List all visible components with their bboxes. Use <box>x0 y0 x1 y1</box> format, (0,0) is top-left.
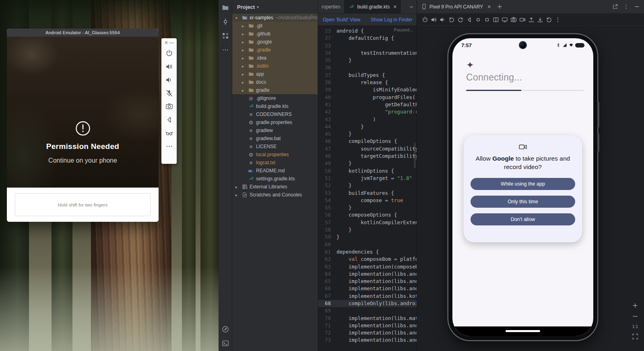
snapshot-icon[interactable] <box>546 17 552 23</box>
code-line-62[interactable]: 62val composeBom = platfor <box>318 256 417 263</box>
code-line-57[interactable]: 57kotlinCompilerExtens <box>318 219 417 226</box>
glasses-icon[interactable] <box>165 129 173 137</box>
code-line-33[interactable]: 33 <box>318 42 417 50</box>
camera-video-icon[interactable] <box>519 17 526 23</box>
fold-icon[interactable] <box>493 17 499 23</box>
power-icon[interactable] <box>422 17 428 23</box>
code-line-69[interactable]: 69 <box>318 307 417 314</box>
tree-item-build-gradle-kts[interactable]: build.gradle.kts <box>232 102 318 110</box>
tree-item--google[interactable]: ▸.google <box>232 38 318 46</box>
tree-item-local-properties[interactable]: ⚙local.properties <box>232 151 318 159</box>
code-line-46[interactable]: 46compileOptions { <box>318 138 417 145</box>
minimize-icon[interactable]: — <box>169 40 174 45</box>
zoom-reset-button[interactable]: 1:1 <box>632 324 638 329</box>
code-line-70[interactable]: 70implementation(libs.mate <box>318 315 417 322</box>
code-line-52[interactable]: 52} <box>318 182 417 189</box>
mic-off-icon[interactable] <box>165 89 173 97</box>
code-line-36[interactable]: 36 <box>318 64 417 71</box>
kebab-icon[interactable] <box>555 17 561 23</box>
tree-item-gradlew-bat[interactable]: ≡gradlew.bat <box>232 134 318 142</box>
tree-item--gitignore[interactable]: ⊘.gitignore <box>232 94 318 102</box>
code-line-37[interactable]: 37buildTypes { <box>318 72 417 79</box>
tree-item-external-libraries[interactable]: ▸External Libraries <box>232 183 318 191</box>
code-line-38[interactable]: 38release { <box>318 79 417 86</box>
hide-panel-icon[interactable] <box>634 4 640 10</box>
back-triangle-icon[interactable] <box>165 116 173 124</box>
dont-allow-button[interactable]: Don't allow <box>471 213 575 225</box>
code-line-49[interactable]: 49} <box>318 160 417 167</box>
code-line-59[interactable]: 59} <box>318 233 417 241</box>
code-editor[interactable]: 23android {27defaultConfig {3334testInst… <box>318 26 417 351</box>
terminal-icon[interactable] <box>222 340 229 347</box>
show-log-in-finder-link[interactable]: Show Log in Finder <box>371 17 412 23</box>
code-line-47[interactable]: 47sourceCompatibility <box>318 145 417 153</box>
rotate-left-icon[interactable] <box>448 17 455 23</box>
hidden-tabs-chevron-icon[interactable] <box>409 4 414 10</box>
code-line-48[interactable]: 48targetCompatibility <box>318 153 417 160</box>
close-tab-icon[interactable]: ✕ <box>393 4 397 10</box>
tree-item-docs[interactable]: ▸docs <box>232 78 318 86</box>
upload-icon[interactable] <box>528 17 535 23</box>
camera-photo-icon[interactable] <box>165 103 173 110</box>
tree-item--git[interactable]: ▸.git <box>232 22 318 30</box>
phone-screen[interactable]: 7:57 <box>452 38 593 336</box>
nav-overview-icon[interactable] <box>484 17 490 23</box>
code-line-42[interactable]: 42"proguard-ru <box>318 108 417 116</box>
code-line-64[interactable]: 64implementation(libs.andr <box>318 270 417 278</box>
tree-item-gradlew[interactable]: ≡gradlew <box>232 126 318 134</box>
code-line-65[interactable]: 65implementation(libs.andr <box>318 278 417 285</box>
chevron-right-icon[interactable]: ▸ <box>242 88 248 93</box>
code-line-63[interactable]: 63implementation(composeBo <box>318 263 417 270</box>
open-build-view-link[interactable]: Open 'Build' View <box>323 17 360 23</box>
close-tab-icon[interactable]: ✕ <box>487 4 491 10</box>
code-line-71[interactable]: 71implementation(libs.andr <box>318 322 417 329</box>
tree-item-logcat-txt[interactable]: ≡logcat.txt <box>232 159 318 167</box>
add-device-tab-icon[interactable] <box>497 4 503 10</box>
code-line-60[interactable]: 60 <box>318 241 417 248</box>
code-line-27[interactable]: 27defaultConfig { <box>318 35 417 42</box>
open-in-window-icon[interactable] <box>612 4 618 10</box>
project-panel-header[interactable]: Project ▾ <box>232 0 318 14</box>
chevron-right-icon[interactable]: ▸ <box>235 193 241 197</box>
emulator-screen[interactable]: Permission Needed Continue on your phone <box>7 37 159 188</box>
tree-item-app[interactable]: ▸app <box>232 70 318 78</box>
rotate-right-icon[interactable] <box>457 17 464 23</box>
more-h-icon[interactable] <box>165 142 173 150</box>
code-line-45[interactable]: 45} <box>318 130 417 138</box>
chevron-down-icon[interactable]: ▾ <box>257 5 259 9</box>
code-line-68[interactable]: 68compileOnly(libs.android <box>318 300 417 307</box>
power-icon[interactable] <box>165 50 173 57</box>
code-line-35[interactable]: 35} <box>318 57 417 64</box>
code-line-67[interactable]: 67implementation(libs.kotl <box>318 293 417 300</box>
more-h-icon[interactable] <box>222 46 229 54</box>
code-line-58[interactable]: 58} <box>318 226 417 233</box>
code-line-54[interactable]: 54compose = true <box>318 197 417 204</box>
chevron-right-icon[interactable]: ▸ <box>242 24 248 28</box>
code-line-41[interactable]: 41getDefaultPr <box>318 101 417 108</box>
commit-icon[interactable] <box>222 18 229 25</box>
volume-down-icon[interactable] <box>165 76 173 84</box>
volume-down-icon[interactable] <box>440 17 446 23</box>
chevron-right-icon[interactable]: ▸ <box>242 72 248 76</box>
volume-up-icon[interactable] <box>165 63 173 70</box>
tree-item-license[interactable]: ≡LICENSE <box>232 142 318 151</box>
tab-build-gradle-kts[interactable]: build.gradle.kts ✕ <box>345 0 401 13</box>
chevron-right-icon[interactable]: ▸ <box>242 32 248 36</box>
code-line-40[interactable]: 40proguardFiles( <box>318 94 417 101</box>
chevron-right-icon[interactable]: ▸ <box>242 48 248 52</box>
close-icon[interactable]: ✕ <box>164 40 168 45</box>
code-line-56[interactable]: 56composeOptions { <box>318 211 417 219</box>
volume-up-icon[interactable] <box>431 17 437 23</box>
code-line-51[interactable]: 51jvmTarget = "1.8" <box>318 175 417 182</box>
tree-item--gradle[interactable]: ▸.gradle <box>232 46 318 54</box>
chevron-right-icon[interactable]: ▸ <box>242 64 248 68</box>
chevron-right-icon[interactable]: ▸ <box>235 185 241 189</box>
camera-photo-icon[interactable] <box>510 17 517 23</box>
tree-item-readme-md[interactable]: M↓README.md <box>232 167 318 175</box>
code-line-72[interactable]: 72implementation(libs.andr <box>318 329 417 337</box>
code-line-73[interactable]: 73implementation(libs.andr <box>318 337 417 344</box>
code-line-55[interactable]: 55} <box>318 204 417 211</box>
tree-item-gradle[interactable]: ▸gradle <box>232 86 318 94</box>
code-line-61[interactable]: 61dependencies { <box>318 248 417 256</box>
code-line-34[interactable]: 34testInstrumentationR <box>318 50 417 57</box>
